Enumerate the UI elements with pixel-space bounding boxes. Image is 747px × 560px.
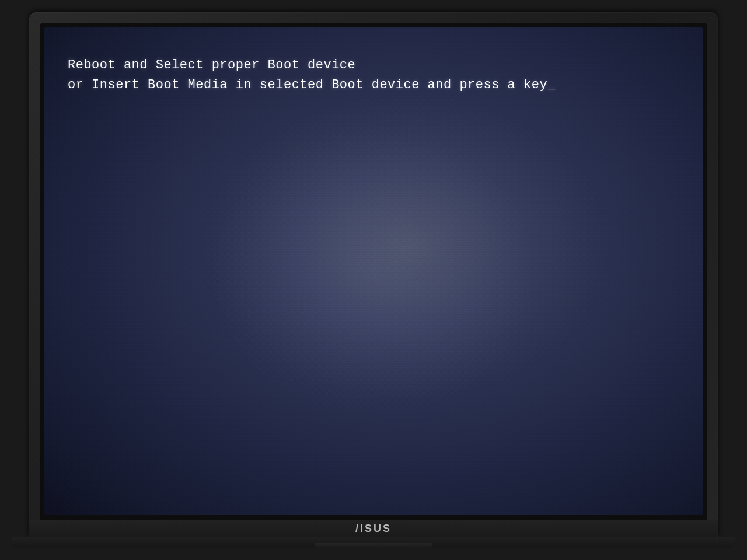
laptop-base — [12, 537, 735, 548]
asus-logo: /ISUS — [355, 523, 392, 535]
hinge-strip — [315, 543, 432, 548]
screen-content: Reboot and Select proper Boot device or … — [44, 27, 703, 515]
boot-line-2: or Insert Boot Media in selected Boot de… — [68, 75, 679, 95]
boot-message: Reboot and Select proper Boot device or … — [68, 55, 679, 95]
laptop-outer: Reboot and Select proper Boot device or … — [29, 12, 718, 537]
screen: Reboot and Select proper Boot device or … — [44, 27, 703, 515]
screen-bezel: Reboot and Select proper Boot device or … — [40, 23, 707, 520]
laptop-bottom-strip: /ISUS — [29, 520, 718, 537]
boot-line-1: Reboot and Select proper Boot device — [68, 55, 679, 75]
